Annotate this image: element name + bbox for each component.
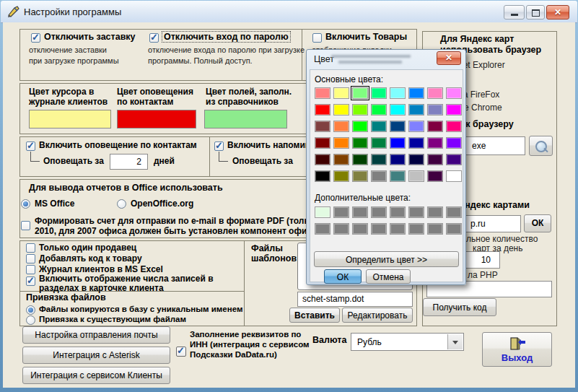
color-swatch[interactable] xyxy=(315,170,330,182)
color-swatch[interactable] xyxy=(352,121,368,132)
insert-button[interactable]: Вставить xyxy=(289,308,340,323)
color-swatch[interactable] xyxy=(390,137,406,149)
maps-ok-button[interactable]: ОК xyxy=(524,214,551,232)
color-swatch[interactable] xyxy=(390,154,406,165)
color-swatch[interactable] xyxy=(352,104,368,116)
edit-button[interactable]: Редактировать xyxy=(342,308,413,323)
color-swatch[interactable] xyxy=(408,121,424,132)
record-count-checkbox[interactable] xyxy=(26,276,35,286)
fields-color-swatch[interactable] xyxy=(204,110,287,129)
color-swatch[interactable] xyxy=(315,121,330,132)
color-swatch[interactable] xyxy=(446,121,462,132)
cursor-color-swatch[interactable] xyxy=(29,110,111,129)
color-swatch[interactable] xyxy=(390,104,406,116)
notify-days-input[interactable]: 2 xyxy=(110,154,148,170)
color-swatch[interactable] xyxy=(446,154,462,165)
color-swatch[interactable] xyxy=(352,170,368,182)
color-swatch[interactable] xyxy=(371,87,387,99)
minimize-button[interactable] xyxy=(504,5,525,19)
color-swatch[interactable] xyxy=(408,206,424,218)
color-dialog-close-button[interactable]: ✕ xyxy=(437,51,461,65)
add-code-checkbox[interactable] xyxy=(26,254,35,263)
window-titlebar[interactable]: Настройки программы xyxy=(1,1,577,23)
color-swatch[interactable] xyxy=(446,87,462,99)
color-swatch[interactable] xyxy=(408,170,424,182)
mail-settings-button[interactable]: Настройка отправления почты xyxy=(22,326,170,344)
color-swatch[interactable] xyxy=(333,87,349,99)
openoffice-radio[interactable] xyxy=(117,199,126,209)
binding-existing-radio[interactable] xyxy=(26,315,35,325)
disable-password-checkbox[interactable] xyxy=(149,33,159,43)
color-swatch[interactable] xyxy=(427,104,443,116)
define-color-button[interactable]: Определить цвет >> xyxy=(314,251,459,267)
color-swatch[interactable] xyxy=(390,87,406,99)
enable-goods-checkbox[interactable] xyxy=(312,33,322,43)
color-swatch[interactable] xyxy=(352,137,368,149)
color-swatch[interactable] xyxy=(446,206,462,218)
single-seller-checkbox[interactable] xyxy=(26,243,35,253)
color-swatch[interactable] xyxy=(371,223,387,235)
color-swatch[interactable] xyxy=(371,206,387,218)
color-swatch[interactable] xyxy=(352,223,368,235)
template-file-input[interactable]: schet-stamp.dot xyxy=(297,292,413,307)
color-swatch[interactable] xyxy=(408,104,424,116)
notify-contacts-checkbox[interactable] xyxy=(26,141,35,151)
color-swatch[interactable] xyxy=(427,154,443,165)
color-swatch[interactable] xyxy=(352,206,368,218)
close-button[interactable]: ✕ xyxy=(546,5,569,19)
color-swatch[interactable] xyxy=(408,154,424,165)
asterisk-button[interactable]: Интеграция с Asterisk xyxy=(22,347,170,364)
color-swatch[interactable] xyxy=(427,223,443,235)
disable-splash-checkbox[interactable] xyxy=(31,33,40,43)
color-swatch[interactable] xyxy=(352,87,368,99)
color-swatch[interactable] xyxy=(315,87,330,99)
color-swatch[interactable] xyxy=(333,206,349,218)
color-ok-button[interactable]: ОК xyxy=(324,269,362,284)
color-swatch[interactable] xyxy=(315,154,330,165)
color-swatch[interactable] xyxy=(390,223,406,235)
ms-office-radio[interactable] xyxy=(21,199,30,209)
color-swatch[interactable] xyxy=(446,104,462,116)
color-swatch[interactable] xyxy=(408,87,424,99)
color-swatch[interactable] xyxy=(333,137,349,149)
color-swatch[interactable] xyxy=(371,104,387,116)
color-swatch[interactable] xyxy=(352,154,368,165)
currency-dropdown[interactable]: Рубль xyxy=(351,333,464,351)
color-swatch[interactable] xyxy=(371,121,387,132)
chevron-down-icon[interactable] xyxy=(447,334,463,349)
color-swatch[interactable] xyxy=(408,137,424,149)
color-swatch[interactable] xyxy=(427,121,443,132)
color-swatch[interactable] xyxy=(315,206,330,218)
binding-copy-radio[interactable] xyxy=(26,305,35,315)
color-swatch[interactable] xyxy=(371,170,387,182)
color-swatch[interactable] xyxy=(446,170,462,182)
color-swatch[interactable] xyxy=(390,121,406,132)
color-swatch[interactable] xyxy=(427,87,443,99)
pdf-invoice-checkbox[interactable] xyxy=(21,221,30,230)
color-swatch[interactable] xyxy=(333,121,349,132)
color-swatch[interactable] xyxy=(333,104,349,116)
get-code-button[interactable]: Получить код xyxy=(423,298,496,316)
color-swatch[interactable] xyxy=(427,170,443,182)
color-swatch[interactable] xyxy=(390,206,406,218)
color-cancel-button[interactable]: Отмена xyxy=(366,269,411,284)
inn-checkbox[interactable] xyxy=(176,347,186,357)
maximize-button[interactable] xyxy=(526,5,545,19)
color-swatch[interactable] xyxy=(315,104,330,116)
color-swatch[interactable] xyxy=(427,206,443,218)
excel-journal-checkbox[interactable] xyxy=(26,265,35,274)
color-swatch[interactable] xyxy=(408,223,424,235)
color-swatch[interactable] xyxy=(390,170,406,182)
color-swatch[interactable] xyxy=(427,137,443,149)
color-swatch[interactable] xyxy=(446,223,462,235)
contact-color-swatch[interactable] xyxy=(117,110,196,129)
browse-exe-button[interactable] xyxy=(529,136,553,156)
color-swatch[interactable] xyxy=(315,223,330,235)
notify-remind-checkbox[interactable] xyxy=(214,141,224,151)
color-swatch[interactable] xyxy=(333,170,349,182)
color-swatch[interactable] xyxy=(333,223,349,235)
exit-button[interactable]: Выход xyxy=(482,332,552,367)
clients-service-button[interactable]: Интеграция с сервисом Клиенты xyxy=(22,367,170,384)
color-swatch[interactable] xyxy=(333,154,349,165)
color-swatch[interactable] xyxy=(315,137,330,149)
